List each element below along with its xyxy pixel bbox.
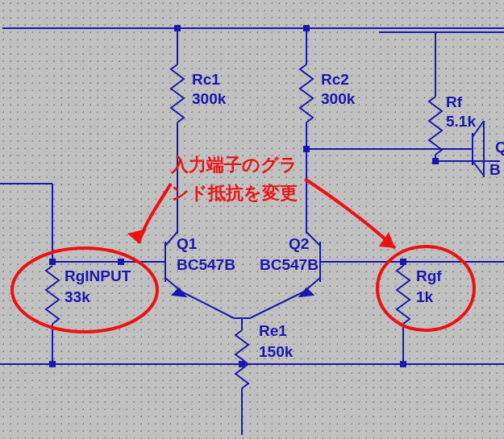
rc1-value: 300k xyxy=(192,90,226,108)
rc1-name: Rc1 xyxy=(192,71,220,89)
q2-model: BC547B xyxy=(260,256,319,274)
svg-rect-39 xyxy=(400,259,406,265)
svg-rect-33 xyxy=(303,25,310,31)
q1-name: Q1 xyxy=(177,235,197,253)
svg-rect-34 xyxy=(303,146,310,152)
rginput-name: RgINPUT xyxy=(65,267,131,285)
rgf-name: Rgf xyxy=(416,267,442,285)
rgf-value: 1k xyxy=(416,288,433,306)
q3-model: B xyxy=(489,161,501,179)
q3-name: Q xyxy=(495,139,504,156)
rf-value: 5.1k xyxy=(446,113,476,130)
svg-rect-36 xyxy=(49,259,56,265)
re1-value: 150k xyxy=(259,343,293,361)
annotation-line2: ンド抵抗を変更 xyxy=(171,181,298,205)
rginput-value: 33k xyxy=(65,288,90,306)
rc2-name: Rc2 xyxy=(321,71,349,89)
svg-rect-38 xyxy=(239,361,245,367)
q1-model: BC547B xyxy=(177,256,235,274)
svg-rect-32 xyxy=(174,25,181,31)
svg-marker-44 xyxy=(127,229,147,243)
svg-line-19 xyxy=(250,292,304,318)
q2-name: Q2 xyxy=(289,235,309,253)
re1-name: Re1 xyxy=(259,322,287,340)
rc2-value: 300k xyxy=(321,90,355,108)
svg-rect-41 xyxy=(118,259,124,265)
svg-rect-35 xyxy=(432,158,439,164)
rf-name: Rf xyxy=(446,93,462,111)
svg-line-15 xyxy=(181,292,234,318)
svg-rect-37 xyxy=(49,361,56,367)
annotation-line1: 入力端子のグラ xyxy=(171,153,298,177)
schematic-canvas xyxy=(0,0,504,439)
svg-rect-40 xyxy=(400,361,406,367)
